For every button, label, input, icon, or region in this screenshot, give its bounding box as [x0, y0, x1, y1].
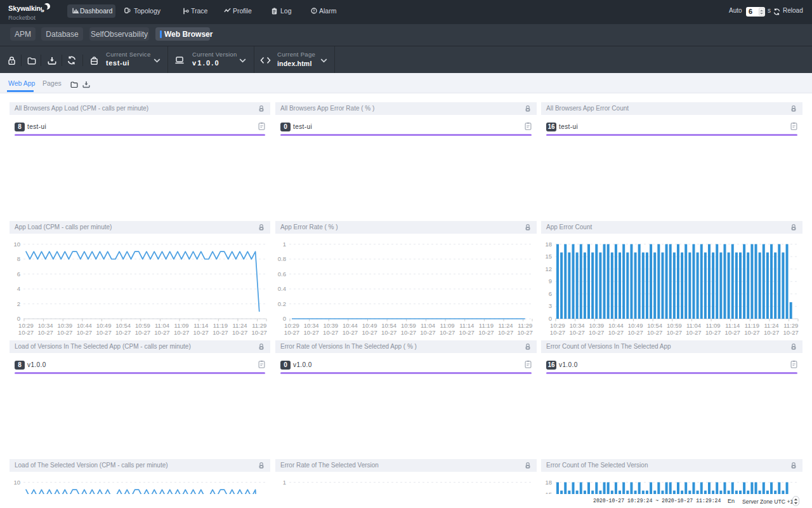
svg-text:6: 6 — [549, 290, 552, 297]
svg-text:11:14: 11:14 — [459, 322, 474, 329]
svg-text:10-27: 10-27 — [744, 329, 759, 336]
svg-text:10-27: 10-27 — [627, 329, 643, 336]
svg-text:12: 12 — [545, 265, 552, 272]
svg-text:0.4: 0.4 — [278, 285, 286, 292]
svg-text:10-27: 10-27 — [37, 329, 53, 336]
svg-text:10-27: 10-27 — [440, 329, 455, 336]
svg-text:10: 10 — [13, 241, 20, 248]
svg-text:10:29: 10:29 — [550, 322, 565, 329]
svg-text:10-27: 10-27 — [705, 329, 721, 336]
svg-text:10:59: 10:59 — [135, 322, 150, 329]
svg-text:10-27: 10-27 — [381, 329, 396, 336]
svg-text:10:59: 10:59 — [667, 322, 682, 329]
svg-text:9: 9 — [549, 277, 552, 284]
svg-text:10:59: 10:59 — [401, 322, 416, 329]
svg-text:10:39: 10:39 — [57, 322, 72, 329]
svg-text:10-27: 10-27 — [589, 329, 604, 336]
svg-text:10:29: 10:29 — [18, 322, 34, 329]
svg-text:10:54: 10:54 — [381, 322, 396, 329]
svg-text:10:39: 10:39 — [589, 322, 604, 329]
svg-text:11:19: 11:19 — [745, 322, 759, 329]
svg-text:4: 4 — [17, 285, 20, 292]
svg-text:8: 8 — [17, 255, 20, 262]
svg-text:11:29: 11:29 — [518, 322, 532, 329]
svg-text:10-27: 10-27 — [518, 329, 533, 336]
svg-text:10-27: 10-27 — [174, 329, 189, 336]
svg-text:10-27: 10-27 — [783, 329, 799, 336]
svg-text:10-27: 10-27 — [252, 329, 267, 336]
svg-text:10-27: 10-27 — [77, 329, 92, 336]
svg-text:10-27: 10-27 — [420, 329, 435, 336]
svg-text:10-27: 10-27 — [343, 329, 358, 336]
svg-text:0.8: 0.8 — [278, 255, 286, 262]
svg-text:11:24: 11:24 — [499, 322, 513, 329]
svg-text:10:39: 10:39 — [323, 322, 338, 329]
svg-text:10:49: 10:49 — [96, 322, 112, 329]
svg-text:11:24: 11:24 — [233, 322, 247, 329]
svg-text:2: 2 — [17, 300, 20, 307]
svg-text:11:14: 11:14 — [193, 322, 208, 329]
svg-text:18: 18 — [545, 241, 552, 248]
svg-text:10:54: 10:54 — [115, 322, 131, 329]
svg-text:10:44: 10:44 — [608, 322, 624, 329]
svg-text:11:14: 11:14 — [725, 322, 740, 329]
svg-text:10-27: 10-27 — [569, 329, 584, 336]
svg-text:10:54: 10:54 — [647, 322, 662, 329]
svg-text:11:04: 11:04 — [155, 322, 169, 329]
svg-text:6: 6 — [17, 271, 20, 277]
svg-text:10-27: 10-27 — [154, 329, 169, 336]
svg-text:0: 0 — [283, 315, 286, 322]
svg-text:10:29: 10:29 — [284, 322, 299, 329]
svg-text:10-27: 10-27 — [213, 329, 228, 336]
svg-text:11:29: 11:29 — [252, 322, 266, 329]
svg-text:10-27: 10-27 — [362, 329, 377, 336]
svg-text:10-27: 10-27 — [686, 329, 701, 336]
svg-text:10-27: 10-27 — [57, 329, 72, 336]
svg-text:0.2: 0.2 — [278, 300, 286, 307]
svg-text:10-27: 10-27 — [725, 329, 740, 336]
svg-text:10-27: 10-27 — [647, 329, 662, 336]
svg-text:10:34: 10:34 — [304, 322, 319, 329]
svg-text:11:24: 11:24 — [764, 322, 779, 329]
svg-text:10-27: 10-27 — [323, 329, 338, 336]
svg-text:18: 18 — [545, 479, 552, 486]
svg-text:10: 10 — [13, 479, 20, 486]
svg-text:10-27: 10-27 — [303, 329, 318, 336]
svg-text:11:19: 11:19 — [213, 322, 228, 329]
svg-text:10-27: 10-27 — [459, 329, 475, 336]
svg-text:11:09: 11:09 — [174, 322, 189, 329]
svg-text:10:34: 10:34 — [570, 322, 585, 329]
svg-text:10-27: 10-27 — [18, 329, 34, 336]
svg-text:10-27: 10-27 — [764, 329, 779, 336]
svg-text:10-27: 10-27 — [401, 329, 416, 336]
svg-text:10-27: 10-27 — [478, 329, 494, 336]
svg-text:10-27: 10-27 — [115, 329, 131, 336]
svg-text:11:04: 11:04 — [686, 322, 701, 329]
svg-text:10-27: 10-27 — [193, 329, 209, 336]
svg-text:11:09: 11:09 — [706, 322, 721, 329]
svg-text:0.6: 0.6 — [278, 271, 286, 277]
svg-text:10:44: 10:44 — [77, 322, 92, 329]
svg-text:10:34: 10:34 — [38, 322, 53, 329]
svg-text:10-27: 10-27 — [96, 329, 111, 336]
svg-text:11:09: 11:09 — [440, 322, 455, 329]
svg-text:10-27: 10-27 — [135, 329, 150, 336]
svg-text:10-27: 10-27 — [232, 329, 247, 336]
svg-text:10-27: 10-27 — [608, 329, 624, 336]
svg-text:11:04: 11:04 — [421, 322, 435, 329]
svg-text:10:49: 10:49 — [362, 322, 377, 329]
svg-text:0: 0 — [17, 315, 20, 322]
svg-text:1: 1 — [283, 479, 286, 486]
svg-text:1: 1 — [283, 241, 286, 248]
svg-text:0: 0 — [549, 315, 552, 322]
svg-text:10-27: 10-27 — [284, 329, 299, 336]
svg-text:10:44: 10:44 — [343, 322, 358, 329]
svg-text:10:49: 10:49 — [628, 322, 643, 329]
svg-text:10-27: 10-27 — [498, 329, 513, 336]
svg-text:15: 15 — [545, 253, 552, 260]
svg-text:10-27: 10-27 — [667, 329, 682, 336]
svg-text:10-27: 10-27 — [550, 329, 565, 336]
svg-text:11:19: 11:19 — [479, 322, 494, 329]
svg-text:11:29: 11:29 — [783, 322, 798, 329]
svg-text:3: 3 — [549, 302, 552, 309]
